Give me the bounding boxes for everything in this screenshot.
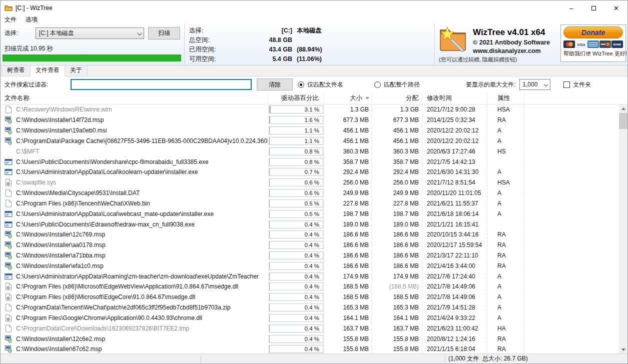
table-row[interactable]: C:\ProgramData\Corel\Downloads\162306923… [1,323,619,334]
triangle-down-icon [621,348,625,351]
file-path-text: C:\$MFT [16,148,40,155]
disk-info-extra: (11.06%) [292,54,322,64]
table-row[interactable]: C:\swapfile.sys0.6 %256.0 MB256.0 MB2021… [1,178,619,188]
table-row[interactable]: C:\ProgramData\Package Cache\{08627F55-3… [1,136,619,146]
vertical-scrollbar[interactable] [619,104,627,354]
file-name-cell: C:\Users\Administrator\AppData\Local\web… [1,208,268,219]
minimize-button[interactable]: – [560,0,582,16]
attributes-cell: A [487,282,524,292]
msi-file-icon [5,241,13,249]
filler-cell [524,219,619,230]
column-header-allocated[interactable]: 分配 [372,92,422,104]
drive-percent-cell: 0.4 % [268,313,324,324]
column-header-modified[interactable]: 修改时间 [422,92,487,104]
column-header-filename[interactable]: 文件名称 [1,92,268,104]
folders-checkbox-label: 文件夹 [573,80,591,89]
attributes-cell: A [487,292,524,302]
allocated-cell: 186.6 MB [372,240,422,250]
table-row[interactable]: C:\ProgramData\Tencent\WeChat\patch\e2df… [1,302,619,313]
column-header-drive-percent[interactable]: 驱动器百分比 [268,92,324,104]
table-row[interactable]: C:\Recovery\WindowsRE\winre.wim3.1 %1.3 … [1,104,619,115]
file-path-text: C:\ProgramData\Corel\Downloads\162306923… [16,325,189,332]
modified-cell: 2021/7/6 17:24:40 [422,271,487,282]
percent-bar: 1.1 % [269,137,323,145]
size-cell: 256.0 MB [324,178,372,188]
table-row[interactable]: C:\Program Files (x86)\Microsoft\EdgeWeb… [1,282,619,292]
close-button[interactable]: ✕ [605,0,627,16]
column-header-size[interactable]: 大小 [324,92,372,104]
folders-checkbox-wrap[interactable]: 文件夹 [563,80,591,89]
maximize-icon [591,6,596,10]
attributes-cell: A [487,271,524,282]
table-row[interactable]: C:\Windows\Media\Cityscape\9531\Install.… [1,188,619,198]
table-row[interactable]: C:\Windows\Installer\19a0eb0.msi1.1 %456… [1,126,619,136]
table-row[interactable]: C:\Users\Public\Documents\Edrawsoft\edra… [1,219,619,230]
donate-caption: 帮助我们使 WizTree 更好! [563,50,623,58]
scroll-down-arrow[interactable] [619,346,627,354]
table-row[interactable]: C:\Windows\Installer\a71bba.msp0.4 %186.… [1,250,619,261]
allocated-cell: 456.1 MB [372,136,422,146]
chevron-down-icon [544,82,548,86]
radio-match-filename[interactable]: 仅匹配文件名 [298,80,343,89]
app-name-version: WizTree v4.01 x64 [473,28,550,38]
modified-cell: 2020/12/2 20:02:12 [422,126,487,136]
menu-item-options[interactable]: 选项 [26,16,38,24]
radio-match-fullpath[interactable]: 匹配整个路径 [374,80,420,89]
table-row[interactable]: C:\Program Files\Google\Chrome\Applicati… [1,313,619,324]
search-input[interactable] [71,79,252,90]
clear-button[interactable]: 清除 [257,78,293,90]
title-bar: [C:] - WizTree – ✕ [1,0,627,16]
percent-bar: 0.4 % [269,304,323,312]
statusbar-divider [445,355,445,362]
drive-percent-cell: 0.4 % [268,219,324,230]
file-path-text: C:\Recovery\WindowsRE\winre.wim [16,106,112,113]
table-row[interactable]: C:\Windows\Installer\12c769.msp0.4 %186.… [1,230,619,240]
scrollbar-thumb[interactable] [619,113,627,129]
table-row[interactable]: C:\Users\Public\Documents\Wondershare\cp… [1,156,619,167]
menu-item-file[interactable]: 文件 [5,16,17,24]
tab-tree-view[interactable]: 树查看 [2,64,31,76]
maximize-button[interactable] [582,0,605,16]
folders-checkbox[interactable] [563,82,570,88]
menu-bar: 文件选项 [1,16,627,24]
modified-cell: 2021/4/24 9:33:22 [422,313,487,324]
website-link[interactable]: www.diskanalyzer.com [473,48,550,54]
table-row[interactable]: C:\Windows\Installer\12c6e2.msp0.4 %155.… [1,334,619,344]
filler-cell [524,230,619,240]
table-row[interactable]: C:\$MFT0.8 %360.3 MB360.3 MB2020/6/3 17:… [1,146,619,156]
attributes-cell: RA [487,115,524,126]
table-row[interactable]: C:\Program Files (x86)\Tencent\WeChat\XW… [1,198,619,208]
table-row[interactable]: C:\Windows\Installer\aa0178.msp0.4 %186.… [1,240,619,250]
radio-unselected-icon [374,82,381,88]
attributes-cell: A [487,136,524,146]
file-path-text: C:\ProgramData\Tencent\WeChat\patch\e2df… [16,304,231,311]
scroll-up-arrow[interactable] [619,104,627,112]
table-row[interactable]: C:\Users\Administrator\AppData\Roaming\z… [1,271,619,282]
table-row[interactable]: C:\Windows\Installer\14f72d.msp1.6 %677.… [1,115,619,126]
modified-cell: 2021/6/30 14:31:30 [422,167,487,178]
table-row[interactable]: C:\Users\Administrator\AppData\Local\koo… [1,167,619,178]
drive-combobox[interactable]: [C:] 本地磁盘 [36,28,144,39]
table-row[interactable]: C:\Program Files (x86)\Microsoft\EdgeCor… [1,292,619,302]
table-row[interactable]: C:\Windows\Installer\efa1c0.msp0.4 %186.… [1,260,619,271]
percent-bar-fill [269,179,270,186]
max-files-dropdown[interactable]: 1,000 [519,79,550,90]
percent-text: 0.5 % [305,200,319,207]
donate-button[interactable]: Donate [563,26,623,38]
tab-about[interactable]: 关于 [65,64,88,76]
size-cell: 155.8 MB [324,344,372,354]
column-header-attributes[interactable]: 属性 [487,92,524,104]
exe-file-icon [5,220,13,228]
table-row[interactable]: C:\Windows\Installer\67c62.msp0.4 %155.8… [1,344,619,354]
scan-button[interactable]: 扫描 [148,27,180,40]
modified-cell: 2014/1/25 0:32:34 [422,115,487,126]
file-name-cell: C:\Windows\Installer\aa0178.msp [1,240,268,250]
table-row[interactable]: C:\Users\Administrator\AppData\Local\web… [1,208,619,219]
percent-bar: 0.4 % [269,272,323,280]
size-cell: 358.7 MB [324,156,372,167]
attributes-cell: RA [487,230,524,240]
exe-file-icon [5,168,13,176]
size-cell: 186.6 MB [324,250,372,261]
donate-hint-text: (您可以通过捐赠, 隐藏捐赠按钮) [439,56,517,64]
attributes-cell [487,156,524,167]
